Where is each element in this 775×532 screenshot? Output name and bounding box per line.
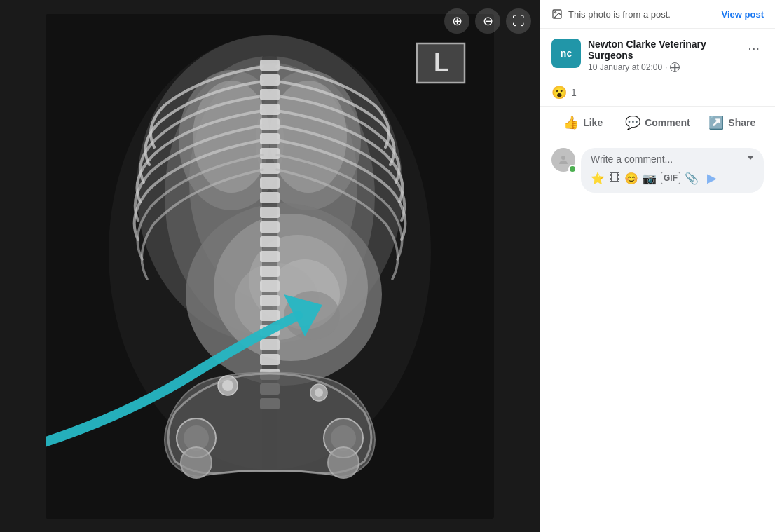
share-button[interactable]: ↗️ Share	[695, 109, 769, 136]
svg-rect-27	[260, 221, 280, 233]
svg-point-44	[181, 447, 212, 478]
reaction-count: 1	[571, 87, 577, 98]
post-timestamp: 10 January at 02:00 ·	[588, 62, 736, 72]
globe-icon	[670, 62, 680, 72]
svg-point-45	[328, 447, 359, 478]
svg-text:L: L	[434, 48, 449, 77]
svg-rect-31	[260, 280, 280, 292]
post-meta: Newton Clarke Veterinary Surgeons 10 Jan…	[588, 39, 736, 72]
svg-rect-18	[260, 89, 280, 100]
action-buttons: 👍 Like 💬 Comment ↗️ Share	[540, 107, 775, 139]
svg-rect-17	[260, 74, 280, 86]
zoom-in-button[interactable]: ⊕	[444, 8, 469, 34]
svg-rect-32	[260, 295, 280, 306]
wow-reaction-emoji: 😮	[551, 85, 567, 100]
user-icon	[557, 154, 570, 166]
comment-toolbar: ⭐ 🎞 😊 📷 GIF 📎 ▶	[591, 169, 754, 187]
svg-rect-21	[260, 133, 280, 144]
zoom-out-button[interactable]: ⊖	[475, 8, 500, 34]
svg-rect-35	[260, 339, 280, 350]
dot-separator: ·	[665, 62, 667, 72]
comment-label: Comment	[645, 117, 690, 128]
facebook-panel: This photo is from a post. View post nc …	[540, 0, 775, 532]
svg-rect-20	[260, 118, 280, 130]
view-post-button[interactable]: View post	[722, 9, 764, 20]
fb-top-bar: This photo is from a post. View post	[540, 0, 775, 29]
like-label: Like	[583, 117, 603, 128]
send-comment-button[interactable]: ▶	[703, 169, 721, 187]
comment-dropdown-icon[interactable]	[747, 156, 754, 163]
svg-point-49	[315, 388, 323, 397]
fb-post-header: nc Newton Clarke Veterinary Surgeons 10 …	[540, 29, 775, 79]
more-options-button[interactable]: ···	[743, 39, 764, 57]
emoji-icon[interactable]: 😊	[624, 172, 638, 185]
gif-text-icon[interactable]: GIF	[661, 172, 680, 184]
fullscreen-button[interactable]: ⛶	[506, 8, 531, 34]
share-label: Share	[728, 117, 755, 128]
comment-area: Write a comment... ⭐ 🎞 😊 📷 GIF 📎 ▶	[540, 139, 775, 201]
share-icon: ↗️	[708, 115, 724, 130]
fb-photo-note: This photo is from a post.	[551, 8, 671, 20]
xray-controls: ⊕ ⊖ ⛶	[444, 8, 531, 34]
svg-point-47	[222, 380, 233, 391]
commenter-avatar	[551, 148, 575, 172]
photo-note-text: This photo is from a post.	[568, 9, 671, 20]
svg-point-55	[561, 156, 565, 160]
xray-svg: L	[46, 14, 494, 519]
comment-icon: 💬	[625, 115, 640, 130]
comment-input-wrapper: Write a comment... ⭐ 🎞 😊 📷 GIF 📎 ▶	[581, 148, 764, 193]
camera-icon[interactable]: 📷	[643, 172, 657, 185]
photo-icon	[551, 8, 563, 20]
like-button[interactable]: 👍 Like	[546, 109, 620, 136]
xray-panel: ⊕ ⊖ ⛶	[0, 0, 540, 532]
reactions-bar: 😮 1	[540, 79, 775, 107]
svg-rect-24	[260, 177, 280, 189]
svg-rect-22	[260, 148, 280, 159]
comment-button[interactable]: 💬 Comment	[620, 109, 694, 136]
xray-image: L	[46, 14, 494, 519]
svg-rect-16	[260, 60, 280, 71]
svg-rect-33	[260, 310, 280, 321]
like-icon: 👍	[563, 115, 579, 130]
gif-icon[interactable]: 🎞	[609, 172, 620, 184]
comment-placeholder[interactable]: Write a comment...	[591, 154, 744, 165]
page-name[interactable]: Newton Clarke Veterinary Surgeons	[588, 39, 736, 61]
svg-point-54	[555, 12, 556, 13]
svg-rect-19	[260, 104, 280, 115]
svg-rect-28	[260, 236, 280, 247]
attachment-icon[interactable]: 📎	[685, 172, 699, 185]
svg-rect-23	[260, 163, 280, 174]
page-avatar: nc	[551, 39, 581, 68]
svg-rect-29	[260, 251, 280, 262]
svg-rect-36	[260, 354, 280, 365]
svg-rect-26	[260, 207, 280, 218]
svg-rect-30	[260, 266, 280, 277]
svg-rect-25	[260, 192, 280, 203]
sticker-icon[interactable]: ⭐	[591, 172, 605, 185]
comment-input-row[interactable]: Write a comment...	[591, 154, 754, 165]
